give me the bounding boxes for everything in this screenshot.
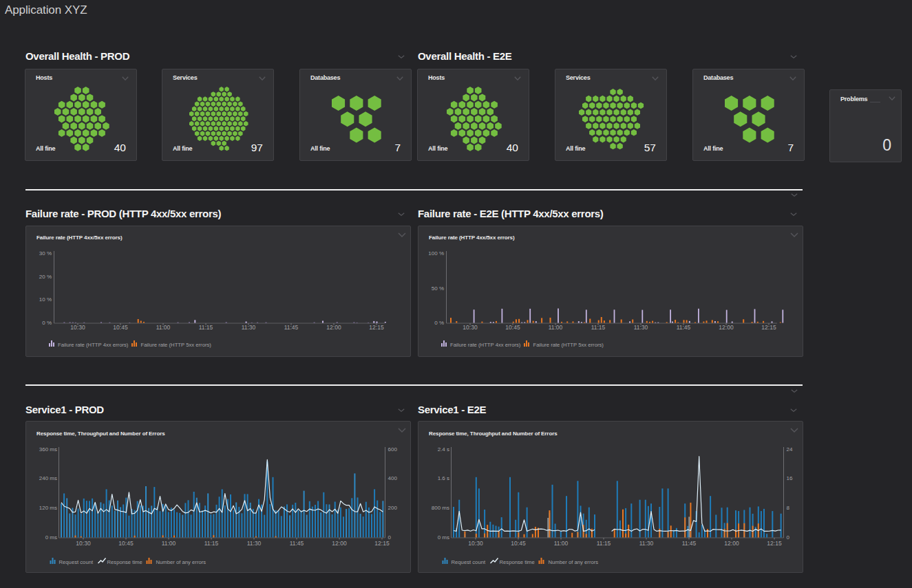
svg-text:12:00: 12:00 [326,324,341,331]
svg-text:Failure rate (HTTP 4xx/5xx err: Failure rate (HTTP 4xx/5xx errors) [429,235,515,241]
svg-text:600: 600 [388,446,398,453]
svg-text:11:30: 11:30 [639,540,654,547]
svg-text:11:45: 11:45 [290,540,304,547]
svg-text:100 %: 100 % [428,250,444,257]
svg-text:11:15: 11:15 [591,324,606,331]
svg-text:20 %: 20 % [39,274,52,280]
svg-text:Failure rate (HTTP 4xx errors): Failure rate (HTTP 4xx errors) [58,342,129,348]
svg-text:Number of any errors: Number of any errors [156,559,206,565]
svg-text:12:15: 12:15 [767,540,782,547]
svg-text:11:30: 11:30 [242,324,256,331]
svg-text:Response time: Response time [107,559,142,565]
svg-text:Request count: Request count [59,559,94,565]
svg-text:10:30: 10:30 [70,324,85,331]
svg-text:0 %: 0 % [434,320,444,326]
svg-text:11:30: 11:30 [247,540,262,547]
svg-text:10:30: 10:30 [76,540,91,547]
svg-text:12:00: 12:00 [724,540,739,547]
svg-text:11:00: 11:00 [156,324,171,331]
svg-text:240 ms: 240 ms [39,475,57,481]
svg-text:30 %: 30 % [39,250,52,257]
svg-text:Response time, Throughput and: Response time, Throughput and Number of … [36,431,165,437]
svg-text:200: 200 [388,505,398,511]
svg-text:0: 0 [787,534,790,541]
svg-text:8: 8 [787,505,790,511]
svg-text:12:00: 12:00 [332,540,347,547]
svg-text:360 ms: 360 ms [39,446,57,453]
svg-text:Failure rate (HTTP 5xx errors): Failure rate (HTTP 5xx errors) [141,342,212,348]
svg-text:400: 400 [388,475,398,481]
svg-text:10:45: 10:45 [113,324,128,331]
svg-text:Failure rate (HTTP 4xx errors): Failure rate (HTTP 4xx errors) [450,342,521,348]
svg-text:16: 16 [787,475,793,481]
svg-text:11:00: 11:00 [549,324,563,331]
svg-text:Request count: Request count [452,559,486,565]
svg-text:Response time: Response time [500,559,535,565]
svg-text:Response time, Throughput and: Response time, Throughput and Number of … [429,431,558,437]
svg-text:2.4 s: 2.4 s [438,446,449,453]
svg-text:24: 24 [787,446,793,453]
svg-text:11:00: 11:00 [162,540,176,547]
svg-text:10:30: 10:30 [463,324,478,331]
svg-text:0 ms: 0 ms [438,534,449,541]
svg-text:800 ms: 800 ms [432,505,449,511]
svg-text:1.6 s: 1.6 s [438,475,449,481]
svg-text:11:00: 11:00 [554,540,569,547]
svg-text:11:45: 11:45 [284,324,299,331]
svg-text:11:30: 11:30 [634,324,648,331]
svg-text:120 ms: 120 ms [39,505,57,511]
svg-text:Failure rate (HTTP 4xx/5xx err: Failure rate (HTTP 4xx/5xx errors) [36,235,123,241]
svg-text:Failure rate (HTTP 5xx errors): Failure rate (HTTP 5xx errors) [533,342,604,348]
svg-text:11:15: 11:15 [204,540,219,547]
svg-text:50 %: 50 % [432,285,444,292]
svg-text:10:45: 10:45 [511,540,526,547]
svg-text:10:30: 10:30 [468,540,483,547]
svg-text:11:45: 11:45 [682,540,697,547]
svg-text:11:15: 11:15 [597,540,611,547]
svg-text:11:45: 11:45 [677,324,691,331]
svg-text:0 ms: 0 ms [45,534,57,541]
svg-text:11:15: 11:15 [199,324,213,331]
svg-text:0 %: 0 % [42,320,52,326]
svg-text:10:45: 10:45 [118,540,134,547]
svg-text:12:00: 12:00 [719,324,734,331]
svg-text:12:15: 12:15 [761,324,776,331]
svg-text:12:15: 12:15 [374,540,390,547]
svg-text:10 %: 10 % [39,296,52,303]
svg-text:12:15: 12:15 [369,324,384,331]
svg-text:Number of any errors: Number of any errors [549,559,599,565]
svg-text:10:45: 10:45 [505,324,520,331]
